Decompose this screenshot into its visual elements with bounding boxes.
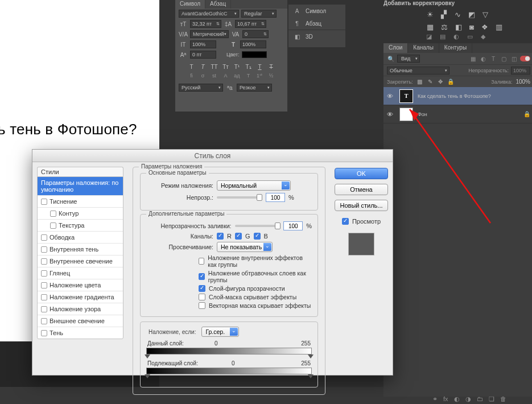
kerning-select[interactable]: Метрический	[190, 30, 229, 38]
font-style-select[interactable]: Regular	[241, 10, 277, 18]
tab-character[interactable]: Символ	[175, 0, 205, 9]
style-inner-glow[interactable]: Внутреннее свечение	[38, 255, 123, 267]
exposure-icon[interactable]: ◩	[468, 10, 475, 19]
transparency-shapes-checkbox[interactable]	[199, 285, 205, 292]
filter-pixel-icon[interactable]: ▦	[469, 55, 477, 63]
ot-1st[interactable]: 1ˢᵗ	[255, 73, 265, 81]
blend-mode-select[interactable]: Обычные	[387, 67, 449, 75]
ot-st[interactable]: st	[210, 73, 219, 81]
tab-channels[interactable]: Каналы	[408, 43, 439, 53]
tab-paragraph[interactable]: Абзац	[205, 0, 231, 9]
ot-T1[interactable]: T	[244, 73, 253, 81]
layer-name[interactable]: Фон	[418, 112, 427, 117]
style-bevel[interactable]: Тиснение	[38, 196, 123, 208]
fill-opacity-value[interactable]: 100	[283, 221, 303, 230]
ot-fi[interactable]: fi	[187, 73, 196, 81]
bw-icon[interactable]: ◧	[455, 22, 462, 31]
style-blending-options[interactable]: Параметры наложения: по умолчанию	[38, 177, 123, 196]
language-select[interactable]: Русский	[179, 84, 223, 92]
font-family-select[interactable]: AvantGardeGothicC	[179, 10, 239, 18]
ot-ad[interactable]: aд	[233, 73, 242, 81]
ot-half[interactable]: ½	[267, 73, 276, 81]
collapsed-character[interactable]: AСимвол	[288, 5, 345, 17]
filter-shape-icon[interactable]: ▢	[500, 55, 508, 63]
layer-name[interactable]: Как сделать тень в Фотошопе?	[418, 93, 491, 99]
new-layer-icon[interactable]: ❏	[489, 395, 494, 403]
channel-r-checkbox[interactable]	[217, 233, 224, 240]
lut-icon[interactable]: ▥	[496, 22, 502, 31]
tab-paths[interactable]: Контуры	[439, 43, 472, 53]
knockout-select[interactable]: Не показывать	[217, 242, 273, 252]
channel-mixer-icon[interactable]: ❖	[481, 22, 488, 31]
styles-header[interactable]: Стили	[37, 167, 123, 176]
lock-transparent-icon[interactable]: ▩	[416, 79, 423, 85]
ot-sigma[interactable]: σ	[199, 73, 208, 81]
style-satin[interactable]: Глянец	[38, 267, 123, 279]
font-size-input[interactable]: 32,32 пт	[190, 20, 221, 28]
filter-smart-icon[interactable]: ◫	[510, 55, 518, 63]
new-style-button[interactable]: Новый стиль...	[335, 200, 388, 211]
style-pattern-overlay[interactable]: Наложение узора	[38, 303, 123, 315]
hscale-input[interactable]: 100%	[240, 40, 266, 48]
ok-button[interactable]: OK	[335, 168, 388, 179]
opacity-slider[interactable]	[217, 196, 262, 199]
threshold-icon[interactable]: ◐	[453, 33, 461, 41]
ot-A[interactable]: A	[221, 73, 230, 81]
smallcaps-button[interactable]: Tт	[221, 62, 230, 71]
trash-icon[interactable]: 🗑	[500, 395, 506, 403]
blend-mode-select-dlg[interactable]: Нормальный	[217, 180, 291, 191]
filter-adjust-icon[interactable]: ◐	[479, 55, 487, 63]
faux-italic-button[interactable]: T	[199, 62, 208, 71]
faux-bold-button[interactable]: T	[187, 62, 196, 71]
vibrance-icon[interactable]: ▽	[482, 10, 489, 19]
style-texture[interactable]: Текстура	[38, 220, 123, 232]
antialias-select[interactable]: Резкое	[237, 84, 272, 92]
blend-clipped-checkbox[interactable]	[199, 273, 205, 280]
mask-icon[interactable]: ◐	[454, 395, 460, 403]
curves-icon[interactable]: ∿	[455, 10, 461, 19]
selective-color-icon[interactable]: ◆	[481, 33, 489, 41]
fill-opacity-slider[interactable]	[235, 225, 281, 227]
invert-icon[interactable]: ◪	[426, 33, 434, 41]
fill-input[interactable]: 100%	[515, 79, 530, 85]
lock-image-icon[interactable]: ✎	[427, 79, 434, 85]
new-fill-icon[interactable]: ◑	[465, 395, 471, 403]
layer-row-text[interactable]: 👁 T Как сделать тень в Фотошопе?	[383, 87, 532, 105]
group-icon[interactable]: 🗀	[477, 395, 483, 403]
photo-filter-icon[interactable]: ◙	[469, 22, 474, 31]
posterize-icon[interactable]: ▤	[440, 33, 448, 41]
collapsed-3d[interactable]: ◧3D	[288, 30, 345, 43]
channel-g-checkbox[interactable]	[235, 233, 242, 240]
search-icon[interactable]: 🔍	[387, 55, 395, 63]
cancel-button[interactable]: Отмена	[335, 184, 388, 195]
subscript-button[interactable]: T₁	[244, 62, 253, 71]
opacity-input[interactable]: 100%	[511, 67, 530, 75]
underlying-layer-slider[interactable]	[146, 368, 312, 374]
tracking-input[interactable]: 0	[242, 30, 269, 38]
eye-icon[interactable]: 👁	[387, 111, 395, 118]
style-stroke[interactable]: Обводка	[38, 232, 123, 244]
eye-icon[interactable]: 👁	[387, 93, 395, 100]
filter-toggle[interactable]	[520, 56, 530, 61]
blend-interior-checkbox[interactable]	[199, 258, 204, 265]
blend-if-select[interactable]: Гр.сер.	[201, 327, 239, 337]
link-layers-icon[interactable]: ⚭	[432, 395, 438, 403]
vscale-input[interactable]: 100%	[190, 40, 216, 48]
opacity-value[interactable]: 100	[266, 193, 285, 202]
tab-layers[interactable]: Слои	[383, 43, 408, 53]
baseline-input[interactable]: 0 пт	[190, 51, 216, 59]
text-color-swatch[interactable]	[242, 51, 267, 58]
strikethrough-button[interactable]: T	[267, 62, 276, 71]
hue-icon[interactable]: ▦	[427, 22, 434, 31]
style-gradient-overlay[interactable]: Наложение градиента	[38, 291, 123, 303]
preview-checkbox[interactable]	[342, 218, 349, 225]
style-drop-shadow[interactable]: Тень	[38, 327, 123, 339]
channel-b-checkbox[interactable]	[254, 233, 261, 240]
this-layer-slider[interactable]	[146, 348, 312, 354]
layer-filter-select[interactable]: Вид	[397, 55, 420, 63]
brightness-icon[interactable]: ☀	[427, 10, 434, 19]
filter-type-icon[interactable]: T	[489, 55, 497, 63]
style-outer-glow[interactable]: Внешнее свечение	[38, 315, 123, 327]
style-contour[interactable]: Контур	[38, 208, 123, 220]
style-color-overlay[interactable]: Наложение цвета	[38, 279, 123, 291]
